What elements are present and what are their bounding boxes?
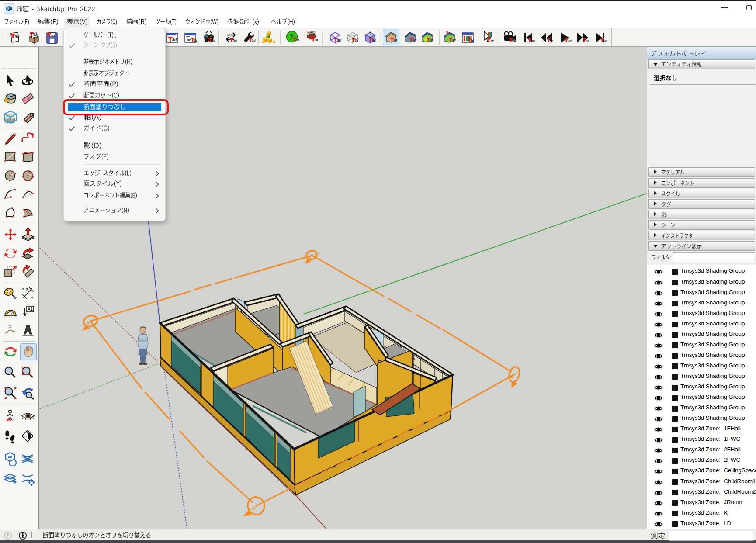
- svg-text:3d: 3d: [51, 34, 55, 38]
- svg-text:3d: 3d: [33, 33, 38, 37]
- svg-text:3d: 3d: [586, 39, 589, 43]
- svg-text:?: ?: [289, 32, 294, 42]
- svg-text:3d: 3d: [296, 38, 299, 42]
- svg-text:3d: 3d: [531, 39, 535, 43]
- svg-text:?: ?: [446, 31, 449, 36]
- svg-text:3d: 3d: [550, 39, 553, 43]
- svg-text:3d: 3d: [372, 39, 376, 42]
- svg-text:3d: 3d: [212, 38, 215, 42]
- svg-text:3d: 3d: [452, 38, 456, 42]
- svg-text:C: C: [26, 431, 28, 433]
- svg-text:3d: 3d: [355, 39, 359, 42]
- svg-text:3d: 3d: [393, 38, 397, 42]
- svg-text:3d: 3d: [172, 38, 177, 42]
- svg-text:A1: A1: [28, 307, 33, 311]
- svg-text:3d: 3d: [315, 38, 319, 42]
- svg-text:3d: 3d: [603, 39, 607, 43]
- svg-text:3d: 3d: [490, 39, 494, 42]
- svg-text:3d: 3d: [194, 38, 197, 42]
- svg-text:3d: 3d: [252, 38, 256, 42]
- svg-text:3: 3: [26, 287, 28, 292]
- svg-text:3d: 3d: [337, 39, 341, 42]
- svg-text:3d: 3d: [512, 38, 516, 42]
- svg-text:3d: 3d: [430, 38, 433, 42]
- svg-text:3d: 3d: [15, 35, 20, 39]
- svg-text:3d: 3d: [413, 38, 416, 42]
- svg-text:A-S: A-S: [23, 435, 27, 438]
- svg-text:3d: 3d: [233, 39, 237, 43]
- svg-text:3d: 3d: [568, 39, 572, 43]
- svg-text:3d: 3d: [471, 39, 475, 42]
